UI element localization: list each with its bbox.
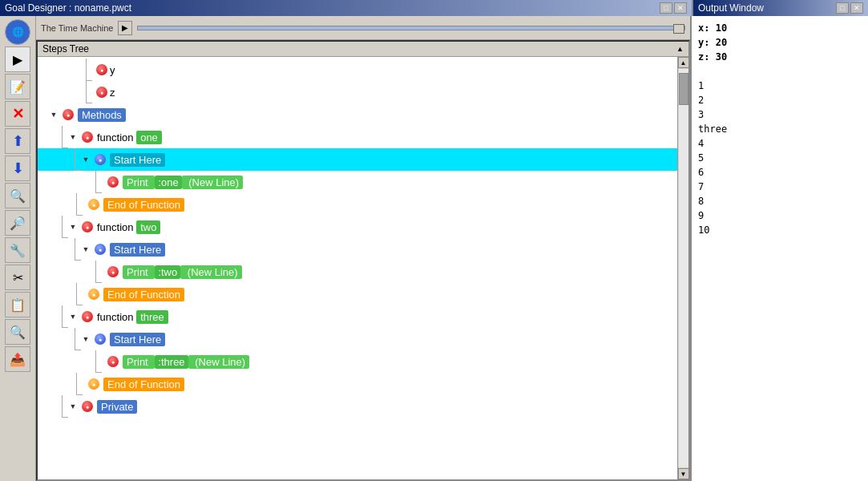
output-line: 9 [698,208,862,223]
output-line [698,64,862,79]
output-line: 7 [698,180,862,194]
scrollbar-up-btn[interactable]: ▲ [678,57,689,68]
tree-row-function-two[interactable]: ▼ ● function two [38,216,677,238]
dot-blue: ● [95,333,106,345]
output-line: 6 [698,165,862,180]
tree-row-end-function-one[interactable]: ● End of Function [38,193,677,216]
dot-red: ● [82,401,93,412]
toggle-methods[interactable]: ▼ [49,110,59,119]
tree-row-print-two[interactable]: ● Print :two (New Line) [38,261,677,283]
toolbar: 🌐 ▶ 📝 ✕ ⬆ ⬇ 🔍 🔎 🔧 ✂ 📋 🔍 📤 [0,16,36,481]
output-window: x: 10 y: 20 z: 30 1 2 3 three 4 5 6 7 8 … [692,16,868,481]
time-play-btn[interactable]: ▶ [118,21,132,35]
scrollbar-thumb[interactable] [679,73,688,105]
tools-btn[interactable]: 🔧 [5,237,30,263]
output-line: 5 [698,151,862,165]
up-btn[interactable]: ⬆ [5,128,30,154]
toggle-start-here-two[interactable]: ▼ [81,245,91,254]
dot-orange: ● [88,199,99,210]
node-label-function-two: function two [97,221,160,233]
tree-row-start-here-one[interactable]: ▼ ● Start Here [38,148,677,171]
tree-scrollbar: ▲ ▼ [677,57,688,479]
tree-row-end-function-three[interactable]: ● End of Function [38,373,677,395]
output-line: 3 [698,107,862,122]
dot-blue: ● [95,244,106,255]
toggle-start-here-one[interactable]: ▼ [81,155,91,164]
dot-red: ● [107,356,119,367]
node-label-y: y [110,64,115,76]
output-line: x: 10 [698,21,862,35]
tree-row-print-three[interactable]: ● Print :three (New Line) [38,350,677,373]
output-line: 10 [698,223,862,237]
toggle-start-here-three[interactable]: ▼ [81,334,91,344]
scrollbar-track[interactable] [679,69,688,467]
output-minimize-btn[interactable]: □ [836,2,849,14]
steps-tree-label: Steps Tree [42,43,89,55]
tree-row-methods[interactable]: ▼ ● Methods [38,103,677,126]
node-label-end-function-one: End of Function [103,198,184,212]
dot-orange: ● [88,289,99,300]
dot-red: ● [107,266,119,277]
tree-row-private[interactable]: ▼ ● Private [38,395,677,418]
tree-row-print-one[interactable]: ● Print :one (New Line) [38,171,677,193]
node-label-private: Private [97,400,137,414]
node-label-print-two: Print :two (New Line) [123,266,242,278]
tree-row-start-here-two[interactable]: ▼ ● Start Here [38,238,677,261]
tree-row[interactable]: ● y [38,59,677,81]
toggle-function-one[interactable]: ▼ [68,132,78,142]
toggle-private[interactable]: ▼ [68,402,78,411]
dot-red: ● [82,221,93,232]
output-window-title: Output Window [698,2,764,14]
tree-row[interactable]: ● z [38,81,677,103]
output-content: x: 10 y: 20 z: 30 1 2 3 three 4 5 6 7 8 … [692,16,868,481]
node-label-start-here-three: Start Here [110,333,165,346]
paste-btn[interactable]: 📋 [5,292,30,317]
node-label-end-function-two: End of Function [103,288,184,301]
node-label-function-one: function one [97,131,162,143]
scrollbar-down-btn[interactable]: ▼ [678,468,689,479]
node-label-print-one: Print :one (New Line) [123,176,243,188]
globe-btn[interactable]: 🌐 [5,19,30,45]
zoom-out-btn[interactable]: 🔎 [5,210,30,236]
run-btn[interactable]: ▶ [5,46,30,72]
time-machine-bar: The Time Machine ▶ [36,16,690,40]
delete-btn[interactable]: ✕ [5,101,30,127]
node-label-methods: Methods [78,108,126,122]
time-slider[interactable] [137,26,685,30]
minimize-btn[interactable]: □ [660,2,672,14]
tree-content: ● y ● [38,57,677,419]
output-line: y: 20 [698,35,862,50]
node-label-z: z [110,87,115,99]
toggle-function-three[interactable]: ▼ [68,312,78,321]
dot-red: ● [107,176,119,188]
tree-scroll[interactable]: ● y ● [38,57,677,479]
node-label-start-here-two: Start Here [110,243,165,257]
output-line: three [698,122,862,136]
cut-btn[interactable]: ✂ [5,265,30,290]
dot-red: ● [63,109,74,120]
toggle-function-two[interactable]: ▼ [68,222,78,232]
output-line: 1 [698,79,862,93]
tree-row-end-function-two[interactable]: ● End of Function [38,283,677,305]
tree-row-function-three[interactable]: ▼ ● function three [38,305,677,328]
node-label-function-three: function three [97,311,168,323]
dot-red: ● [82,311,93,322]
output-line: 8 [698,194,862,208]
tree-scroll-up[interactable]: ▲ [676,45,684,53]
node-label-print-three: Print :three (New Line) [123,356,249,368]
search-btn[interactable]: 🔍 [5,319,30,345]
zoom-in-btn[interactable]: 🔍 [5,183,30,208]
node-label-end-function-three: End of Function [103,378,184,391]
dot-orange: ● [88,378,99,390]
export-btn[interactable]: 📤 [5,346,30,372]
edit-btn[interactable]: 📝 [5,74,30,99]
dot-red: ● [96,64,107,75]
output-close-btn[interactable]: ✕ [850,2,863,14]
tree-row-start-here-three[interactable]: ▼ ● Start Here [38,328,677,350]
close-btn[interactable]: ✕ [674,2,687,14]
dot-red: ● [82,131,93,143]
dot-blue: ● [95,154,106,165]
tree-row-function-one[interactable]: ▼ ● function one [38,126,677,148]
down-btn[interactable]: ⬇ [5,156,30,181]
time-machine-label: The Time Machine [41,23,113,33]
